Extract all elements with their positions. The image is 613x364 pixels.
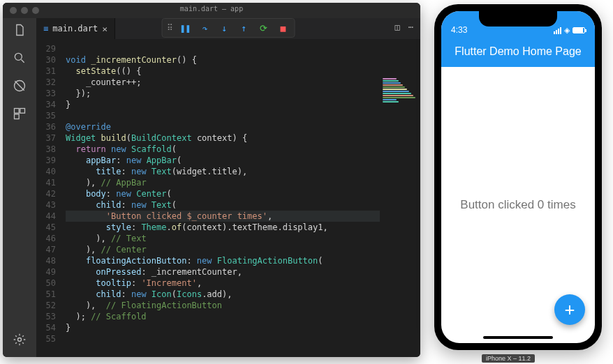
code-line[interactable]: Widget build(BuildContext context) { [66,132,420,144]
line-number: 32 [36,77,56,88]
line-number: 33 [36,88,56,99]
vscode-window: main.dart — app ≡ main.dart × [3,3,420,357]
code-line[interactable]: style: Theme.of(context).textTheme.displ… [66,222,420,233]
code-content[interactable]: void _incrementCounter() { setState(() {… [60,39,420,357]
line-number-gutter: 2930313233343536373839404142434445464748… [36,39,60,357]
minimap-line [383,84,403,86]
more-actions-icon[interactable]: ⋯ [408,22,413,32]
minimap-line [383,97,415,98]
svg-point-0 [15,53,22,60]
minimap[interactable] [380,75,420,357]
line-number: 34 [36,99,56,110]
code-line[interactable]: floatingActionButton: new FloatingAction… [66,255,420,266]
code-line[interactable]: } [66,322,420,333]
line-number: 47 [36,244,56,255]
iphone-simulator: 4:33 ◈ Flutter Demo Home Page Button cli… [434,4,602,350]
code-line[interactable] [66,110,420,121]
wifi-icon: ◈ [564,26,570,35]
code-line[interactable]: ); // Scaffold [66,311,420,322]
code-line[interactable]: ), // Center [66,244,420,255]
code-line[interactable]: setState(() { [66,66,420,77]
window-title: main.dart — app [180,5,243,13]
extensions-icon[interactable] [12,106,27,121]
code-line[interactable]: child: new Text( [66,199,420,211]
step-over-icon[interactable]: ↷ [198,21,212,35]
code-line[interactable]: body: new Center( [66,188,420,199]
code-line[interactable] [66,43,420,54]
minimap-line [383,93,411,94]
minimap-line [383,86,405,88]
titlebar: main.dart — app [3,3,420,18]
code-line[interactable]: return new Scaffold( [66,144,420,155]
svg-point-5 [18,338,22,342]
line-number: 51 [36,289,56,300]
minimap-line [383,82,401,84]
tab-filename: main.dart [52,24,98,33]
line-number: 45 [36,222,56,233]
drag-handle-icon[interactable]: ⠿ [167,23,173,33]
code-line[interactable]: 'Button clicked $_counter times', [66,211,420,222]
line-number: 29 [36,43,56,54]
line-number: 52 [36,300,56,311]
line-number: 36 [36,121,56,132]
minimap-line [383,89,407,90]
minimize-window-icon[interactable] [21,7,28,14]
restart-icon[interactable]: ⟳ [257,21,271,35]
line-number: 38 [36,144,56,155]
line-number: 44 [36,211,56,222]
code-line[interactable]: onPressed: _incrementCounter, [66,266,420,278]
window-controls [3,7,39,14]
step-into-icon[interactable]: ↓ [218,21,232,35]
minimap-line [383,91,409,92]
code-line[interactable]: ), // FloatingActionButton [66,300,420,311]
minimap-line [383,80,399,82]
svg-rect-2 [15,109,20,114]
split-editor-icon[interactable]: ◫ [395,22,400,32]
activity-bar [3,3,36,357]
code-area[interactable]: 2930313233343536373839404142434445464748… [36,39,420,357]
line-number: 40 [36,166,56,177]
code-line[interactable]: ), // Text [66,233,420,244]
editor-actions: ◫ ⋯ [395,22,413,32]
code-line[interactable]: tooltip: 'Increment', [66,278,420,289]
tab-main-dart[interactable]: ≡ main.dart × [36,18,115,39]
code-line[interactable]: appBar: new AppBar( [66,155,420,166]
code-line[interactable]: child: new Icon(Icons.add), [66,289,420,300]
close-window-icon[interactable] [10,7,17,14]
code-line[interactable]: void _incrementCounter() { [66,54,420,66]
code-line[interactable]: @override [66,121,420,132]
pause-icon[interactable]: ❚❚ [179,21,193,35]
settings-gear-icon[interactable] [12,332,27,347]
step-out-icon[interactable]: ↑ [237,21,251,35]
floating-action-button[interactable]: + [554,294,585,325]
code-line[interactable]: }); [66,88,420,99]
minimap-line [383,101,399,103]
stop-icon[interactable]: ■ [276,21,290,35]
code-line[interactable]: _counter++; [66,77,420,88]
home-indicator[interactable] [483,336,553,339]
debug-icon[interactable] [12,78,27,93]
line-number: 41 [36,177,56,188]
minimap-line [383,99,397,100]
code-line[interactable]: ), // AppBar [66,177,420,188]
line-number: 43 [36,199,56,211]
signal-icon [554,27,561,34]
explorer-icon[interactable] [12,22,27,38]
code-line[interactable]: } [66,99,420,110]
editor-group: ≡ main.dart × ⠿ ❚❚ ↷ ↓ ↑ ⟳ ■ ◫ ⋯ 2930313… [36,3,420,357]
line-number: 53 [36,311,56,322]
close-tab-icon[interactable]: × [102,24,108,34]
dart-file-icon: ≡ [43,24,48,33]
status-time: 4:33 [451,25,467,35]
code-line[interactable]: title: new Text(widget.title), [66,166,420,177]
line-number: 54 [36,322,56,333]
battery-icon [573,27,585,33]
search-icon[interactable] [12,50,27,66]
debug-toolbar[interactable]: ⠿ ❚❚ ↷ ↓ ↑ ⟳ ■ [162,18,295,38]
code-line[interactable] [66,333,420,344]
line-number: 48 [36,255,56,266]
minimap-line [383,95,413,96]
line-number: 55 [36,333,56,344]
zoom-window-icon[interactable] [32,7,39,14]
plus-icon: + [565,300,575,319]
